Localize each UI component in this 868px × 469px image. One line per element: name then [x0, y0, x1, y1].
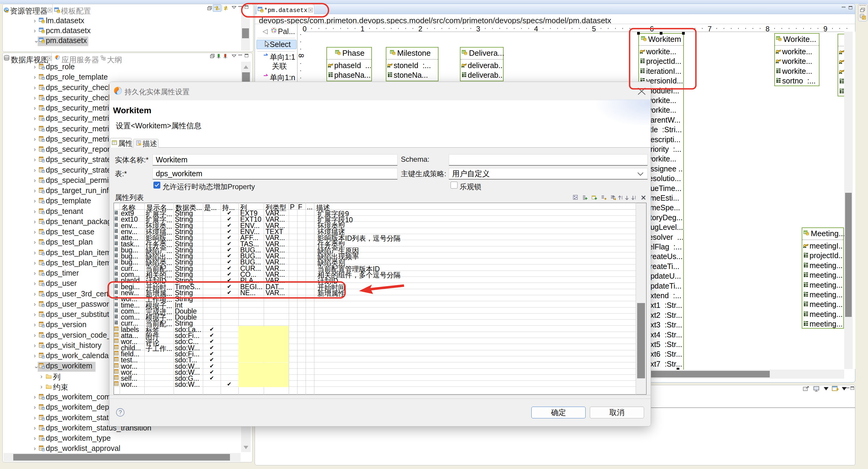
- svg-text:?: ?: [119, 409, 122, 415]
